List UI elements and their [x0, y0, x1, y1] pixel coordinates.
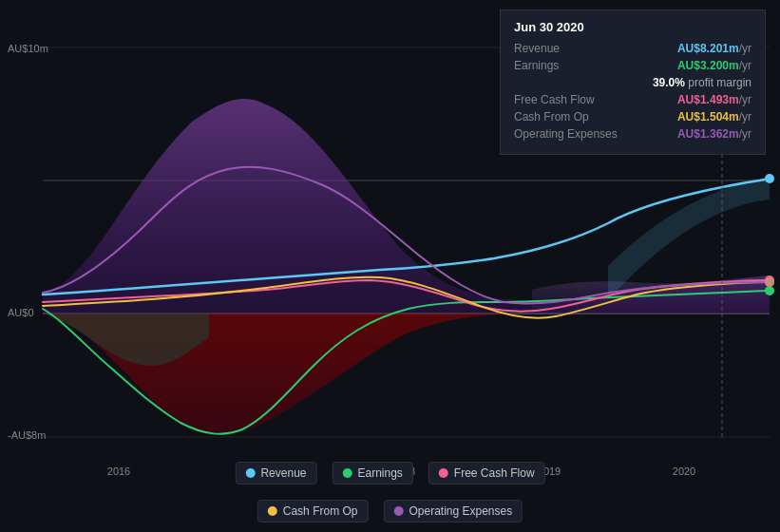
- legend-revenue[interactable]: Revenue: [235, 462, 316, 484]
- tooltip-fcf-value: AU$1.493m/yr: [677, 93, 751, 106]
- x-label-2020: 2020: [673, 466, 695, 477]
- legend-earnings[interactable]: Earnings: [332, 462, 412, 484]
- tooltip-revenue-value: AU$8.201m/yr: [677, 42, 751, 55]
- svg-point-6: [765, 174, 774, 183]
- tooltip-cfo-label: Cash From Op: [514, 110, 628, 124]
- opex-dot: [393, 506, 403, 516]
- y-label-bottom: -AU$8m: [8, 429, 46, 441]
- tooltip-earnings-value: AU$3.200m/yr: [677, 59, 751, 72]
- legend-opex[interactable]: Operating Expenses: [383, 500, 523, 522]
- legend-cfo-label: Cash From Op: [283, 504, 358, 518]
- tooltip-revenue-row: Revenue AU$8.201m/yr: [514, 42, 751, 55]
- tooltip-margin-row: 39.0% profit margin: [514, 76, 751, 89]
- tooltip-fcf-row: Free Cash Flow AU$1.493m/yr: [514, 93, 751, 106]
- tooltip-date: Jun 30 2020: [514, 20, 751, 34]
- tooltip-opex-label: Operating Expenses: [514, 127, 628, 141]
- legend-earnings-label: Earnings: [357, 466, 402, 480]
- tooltip-revenue-label: Revenue: [514, 42, 628, 55]
- fcf-dot: [439, 468, 448, 478]
- svg-point-10: [765, 277, 774, 287]
- earnings-dot: [342, 468, 352, 478]
- tooltip-earnings-row: Earnings AU$3.200m/yr: [514, 59, 751, 72]
- y-label-zero: AU$0: [8, 307, 34, 318]
- revenue-dot: [245, 468, 255, 478]
- cfo-dot: [268, 506, 277, 516]
- legend-revenue-label: Revenue: [260, 466, 306, 480]
- legend: Revenue Earnings Free Cash Flow Cash Fro…: [195, 462, 585, 522]
- legend-cfo[interactable]: Cash From Op: [257, 500, 369, 522]
- tooltip-fcf-label: Free Cash Flow: [514, 93, 628, 106]
- tooltip-margin-value: 39.0% profit margin: [653, 76, 751, 89]
- legend-fcf[interactable]: Free Cash Flow: [428, 462, 545, 484]
- y-label-top: AU$10m: [8, 43, 48, 54]
- tooltip-opex-value: AU$1.362m/yr: [677, 127, 751, 141]
- tooltip-cfo-row: Cash From Op AU$1.504m/yr: [514, 110, 751, 124]
- chart-container: AU$10m AU$0 -AU$8m 2016 2017 2018 2019 2…: [0, 0, 780, 532]
- legend-fcf-label: Free Cash Flow: [454, 466, 535, 480]
- svg-point-7: [765, 286, 774, 295]
- legend-opex-label: Operating Expenses: [409, 504, 512, 518]
- tooltip: Jun 30 2020 Revenue AU$8.201m/yr Earning…: [500, 10, 766, 155]
- tooltip-opex-row: Operating Expenses AU$1.362m/yr: [514, 127, 751, 141]
- tooltip-earnings-label: Earnings: [514, 59, 628, 72]
- tooltip-cfo-value: AU$1.504m/yr: [677, 110, 751, 124]
- x-label-2016: 2016: [107, 466, 130, 477]
